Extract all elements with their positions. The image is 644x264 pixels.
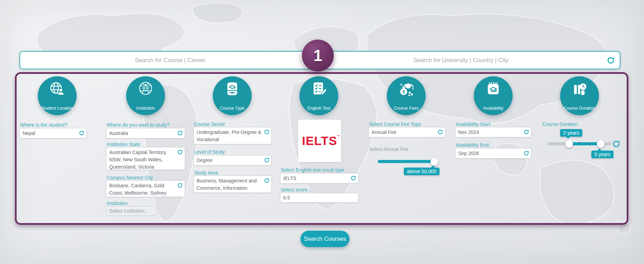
calendar-cap-icon: [484, 80, 502, 98]
study-area-label: Study Area: [194, 170, 218, 176]
english-test-type-value: IELTS: [283, 175, 296, 182]
study-area-value: Business, Management and Commerce, Infor…: [197, 178, 257, 193]
availability-end-value: Sep 2026: [458, 150, 479, 157]
english-test-section-icon: English Test: [299, 76, 338, 115]
study-destination-value: Australia: [109, 130, 128, 137]
study-destination-select[interactable]: Australia: [106, 128, 185, 138]
student-location-value: Nepal: [23, 130, 35, 137]
availability-section-icon: Availability: [474, 76, 513, 115]
section-title: Course Fees: [387, 106, 426, 111]
refresh-icon[interactable]: [79, 130, 85, 136]
institution-state-label: Institution State: [107, 142, 140, 147]
section-title: Course Duration: [560, 106, 599, 111]
course-duration-section-icon: Course Duration: [560, 76, 599, 115]
section-title: Availability: [474, 106, 513, 111]
institution-placeholder: Select institution...: [109, 207, 149, 215]
study-destination-label: Where do you want to study?: [107, 122, 169, 128]
search-refresh-icon[interactable]: [607, 56, 615, 65]
institution-select[interactable]: Select institution...: [106, 206, 157, 216]
english-test-type-select[interactable]: IELTS: [280, 173, 358, 184]
institution-label: Institution: [107, 201, 128, 206]
availability-end-label: Availability End: [456, 142, 489, 148]
annual-fee-tooltip: above 50,000: [404, 168, 440, 175]
course-search-page: Search for Course | Career Search for Un…: [0, 0, 644, 264]
section-title: Course Type: [213, 106, 252, 111]
duration-tick: [557, 142, 558, 145]
refresh-icon[interactable]: [264, 178, 270, 184]
refresh-icon[interactable]: [437, 129, 443, 135]
ielts-logo-text: IELTS™: [302, 134, 337, 148]
svg-text:$: $: [402, 90, 405, 94]
section-title: Institution: [126, 106, 165, 111]
english-test-type-label: Select English test result type: [281, 167, 345, 173]
duration-max-tooltip: 5 years: [591, 151, 613, 158]
duration-slider-fill: [569, 142, 601, 145]
study-area-select[interactable]: Business, Management and Commerce, Infor…: [193, 176, 272, 193]
refresh-icon[interactable]: [523, 150, 529, 156]
books-clock-icon: [570, 80, 589, 99]
globe-bank-icon: [136, 80, 155, 99]
level-of-study-select[interactable]: Degree: [193, 155, 272, 165]
section-title: English Test: [299, 106, 338, 111]
institution-section-icon: Institution: [126, 76, 165, 115]
annual-fee-label: Select Annual Fee: [369, 146, 409, 152]
english-score-value: 6.5: [283, 194, 290, 202]
student-location-select[interactable]: Nepal: [19, 128, 87, 138]
fee-type-select[interactable]: Annual Fee: [368, 127, 445, 137]
english-score-input[interactable]: 6.5: [280, 193, 358, 203]
annual-fee-slider-track[interactable]: [378, 160, 437, 163]
refresh-icon[interactable]: [264, 157, 270, 163]
refresh-icon[interactable]: [264, 129, 270, 135]
duration-min-tooltip: 2 years: [560, 129, 582, 137]
ielts-logo: IELTS™: [298, 120, 341, 162]
campus-city-label: Campus Nearest City: [107, 175, 153, 180]
duration-tick: [579, 142, 580, 145]
fee-type-value: Annual Fee: [372, 129, 397, 136]
refresh-icon[interactable]: [523, 129, 529, 135]
refresh-icon[interactable]: [177, 149, 183, 155]
level-of-study-value: Degree: [197, 157, 212, 164]
institution-state-value: Australian Capital Territory, NSW, New S…: [109, 150, 167, 170]
english-score-label: Select score...: [281, 187, 312, 193]
annual-fee-slider-fill: [378, 160, 434, 163]
course-book-icon: [223, 80, 241, 98]
course-duration-label: Course Duration: [542, 121, 578, 127]
refresh-icon[interactable]: [177, 130, 183, 136]
globe-person-icon: [48, 80, 67, 99]
money-bag-cap-icon: $: [397, 80, 416, 99]
duration-min-thumb[interactable]: [565, 140, 573, 148]
availability-start-label: Availability Start: [456, 121, 490, 127]
student-location-label: Where is the student?: [20, 122, 67, 128]
course-type-section-icon: Course Type: [213, 76, 252, 115]
course-fees-section-icon: $ Course Fees: [387, 76, 426, 115]
availability-start-select[interactable]: Nov 2024: [455, 127, 531, 137]
university-search-input[interactable]: Search for University | Country | City: [320, 52, 602, 69]
refresh-icon[interactable]: [177, 182, 183, 188]
campus-city-select[interactable]: Brisbane, Canberra, Gold Coast, Melbourn…: [106, 180, 185, 197]
section-title: Student Location: [38, 106, 77, 111]
availability-end-select[interactable]: Sep 2026: [455, 148, 531, 159]
course-sector-label: Course Sector: [194, 121, 225, 127]
trademark-symbol: ™: [337, 135, 340, 138]
checklist-pencil-icon: [310, 80, 328, 98]
course-sector-select[interactable]: Undergraduate, Pre-Degree & Vocational: [193, 127, 272, 144]
course-sector-value: Undergraduate, Pre-Degree & Vocational: [197, 129, 261, 142]
level-of-study-label: Level of Study: [194, 149, 225, 155]
duration-refresh-icon[interactable]: [612, 140, 620, 148]
institution-state-select[interactable]: Australian Capital Territory, NSW, New S…: [106, 147, 185, 170]
refresh-icon[interactable]: [350, 175, 356, 181]
campus-city-value: Brisbane, Canberra, Gold Coast, Melbourn…: [109, 183, 166, 196]
availability-start-value: Nov 2024: [458, 129, 479, 136]
course-search-input[interactable]: Search for Course | Career: [20, 52, 320, 69]
step-1-badge: 1: [302, 40, 334, 71]
fee-type-label: Select Course Fee Type: [369, 121, 421, 127]
student-location-section-icon: Student Location: [38, 76, 77, 115]
search-courses-button[interactable]: Search Courses: [301, 231, 349, 247]
duration-tick: [589, 142, 590, 145]
